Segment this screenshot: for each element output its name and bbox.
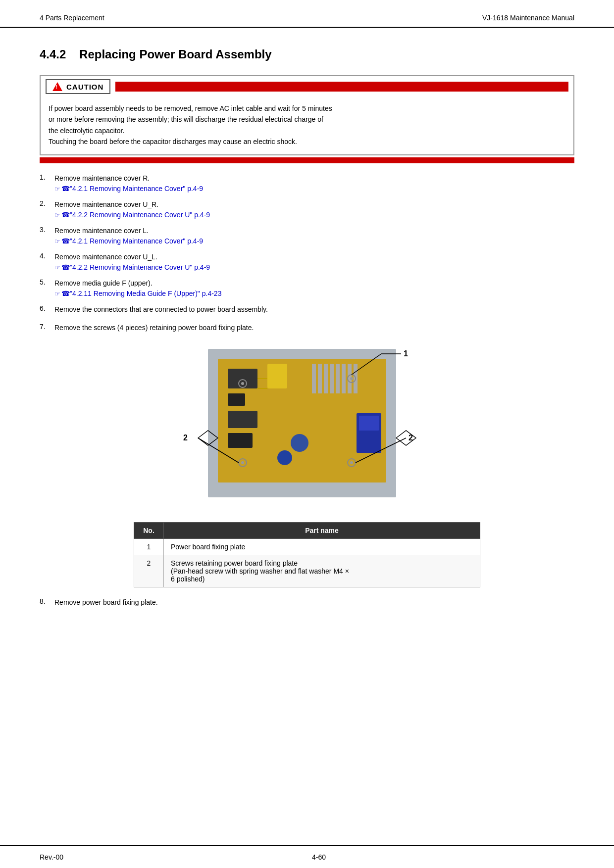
circuit-board-diagram: 1 2 2 bbox=[168, 344, 446, 512]
step-3-num: 3. bbox=[40, 226, 54, 234]
page: 4 Parts Replacement VJ-1618 Maintenance … bbox=[0, 0, 614, 868]
caution-body: If power board assembly needs to be remo… bbox=[41, 97, 573, 154]
step-1-link[interactable]: ☎"4.2.1 Removing Maintenance Cover" p.4-… bbox=[54, 185, 203, 193]
svg-point-16 bbox=[277, 450, 292, 465]
svg-point-15 bbox=[291, 434, 308, 452]
step-7-content: Remove the screws (4 pieces) retaining p… bbox=[54, 323, 574, 334]
step-5-content: Remove media guide F (upper). ☎"4.2.11 R… bbox=[54, 278, 574, 297]
step-5-text: Remove media guide F (upper). bbox=[54, 278, 574, 289]
diagram-area: 1 2 2 bbox=[168, 344, 446, 512]
step-6: 6. Remove the connectors that are connec… bbox=[40, 304, 574, 316]
svg-rect-12 bbox=[342, 364, 346, 393]
svg-point-24 bbox=[350, 461, 353, 464]
svg-rect-5 bbox=[228, 411, 257, 428]
svg-rect-4 bbox=[228, 393, 245, 406]
svg-rect-7 bbox=[312, 364, 316, 393]
page-header: 4 Parts Replacement VJ-1618 Maintenance … bbox=[0, 0, 614, 28]
table-header-no: No. bbox=[134, 522, 164, 538]
step-4-content: Remove maintenance cover U_L. ☎"4.2.2 Re… bbox=[54, 252, 574, 271]
steps-list: 1. Remove maintenance cover R. ☎"4.2.1 R… bbox=[40, 173, 574, 334]
step-4: 4. Remove maintenance cover U_L. ☎"4.2.2… bbox=[40, 252, 574, 271]
table-cell-name-2: Screws retaining power board fixing plat… bbox=[164, 555, 480, 587]
step-8: 8. Remove power board fixing plate. bbox=[40, 597, 574, 609]
step-4-text: Remove maintenance cover U_L. bbox=[54, 252, 574, 262]
table-header-partname: Part name bbox=[164, 522, 480, 538]
svg-point-28 bbox=[241, 461, 244, 464]
caution-header: CAUTION bbox=[41, 76, 573, 97]
header-title: VJ-1618 Maintenance Manual bbox=[482, 14, 574, 22]
table-cell-no-1: 1 bbox=[134, 538, 164, 555]
step-4-link[interactable]: ☎"4.2.2 Removing Maintenance Cover U" p.… bbox=[54, 263, 210, 271]
step-1-content: Remove maintenance cover R. ☎"4.2.1 Remo… bbox=[54, 173, 574, 193]
step-7-text: Remove the screws (4 pieces) retaining p… bbox=[54, 323, 574, 333]
svg-rect-8 bbox=[318, 364, 322, 393]
section-number: 4.4.2 bbox=[40, 48, 66, 61]
svg-rect-11 bbox=[336, 364, 340, 393]
caution-label: CAUTION bbox=[46, 79, 110, 94]
svg-rect-9 bbox=[324, 364, 328, 393]
svg-rect-3 bbox=[228, 369, 257, 388]
caution-box: CAUTION If power board assembly needs to… bbox=[40, 75, 574, 155]
caution-line4: Touching the board before the capacitor … bbox=[49, 138, 297, 145]
table-row: 1 Power board fixing plate bbox=[134, 538, 480, 555]
step-4-num: 4. bbox=[40, 252, 54, 260]
svg-rect-6 bbox=[228, 433, 253, 448]
step-2-link[interactable]: ☎"4.2.2 Removing Maintenance Cover U" p.… bbox=[54, 211, 210, 219]
step-7: 7. Remove the screws (4 pieces) retainin… bbox=[40, 323, 574, 334]
step-1-text: Remove maintenance cover R. bbox=[54, 173, 574, 184]
svg-text:2: 2 bbox=[183, 434, 188, 442]
step-2-num: 2. bbox=[40, 199, 54, 207]
caution-line2: or more before removing the assembly; th… bbox=[49, 115, 323, 123]
caution-triangle-icon bbox=[52, 82, 62, 91]
step-8-content: Remove power board fixing plate. bbox=[54, 597, 574, 609]
svg-point-22 bbox=[350, 377, 353, 380]
step-3-link[interactable]: ☎"4.2.1 Removing Maintenance Cover" p.4-… bbox=[54, 237, 203, 245]
parts-table: No. Part name 1 Power board fixing plate… bbox=[134, 522, 480, 587]
svg-rect-2 bbox=[267, 364, 287, 388]
svg-point-26 bbox=[241, 382, 244, 385]
caution-red-bar bbox=[115, 82, 568, 92]
step-3: 3. Remove maintenance cover L. ☎"4.2.1 R… bbox=[40, 226, 574, 245]
caution-line3: the electrolytic capacitor. bbox=[49, 127, 124, 135]
step-8-text: Remove power board fixing plate. bbox=[54, 597, 574, 608]
step-6-content: Remove the connectors that are connected… bbox=[54, 304, 574, 316]
step-3-content: Remove maintenance cover L. ☎"4.2.1 Remo… bbox=[54, 226, 574, 245]
caution-text: CAUTION bbox=[66, 83, 103, 91]
step-1: 1. Remove maintenance cover R. ☎"4.2.1 R… bbox=[40, 173, 574, 193]
svg-rect-18 bbox=[359, 416, 379, 431]
header-chapter: 4 Parts Replacement bbox=[40, 14, 104, 22]
section-heading: Replacing Power Board Assembly bbox=[79, 48, 272, 61]
table-cell-no-2: 2 bbox=[134, 555, 164, 587]
footer-page-number: 4-60 bbox=[312, 853, 326, 861]
svg-text:1: 1 bbox=[404, 349, 408, 358]
step-6-text: Remove the connectors that are connected… bbox=[54, 304, 574, 315]
step-7-num: 7. bbox=[40, 323, 54, 331]
table-cell-name-1: Power board fixing plate bbox=[164, 538, 480, 555]
step-5: 5. Remove media guide F (upper). ☎"4.2.1… bbox=[40, 278, 574, 297]
footer-revision: Rev.-00 bbox=[40, 853, 63, 861]
step-2-content: Remove maintenance cover U_R. ☎"4.2.2 Re… bbox=[54, 199, 574, 219]
svg-rect-10 bbox=[330, 364, 334, 393]
page-footer: Rev.-00 4-60 bbox=[0, 845, 614, 868]
section-title: 4.4.2 Replacing Power Board Assembly bbox=[40, 48, 574, 61]
step-5-link[interactable]: ☎"4.2.11 Removing Media Guide F (Upper)"… bbox=[54, 289, 221, 297]
caution-bottom-bar bbox=[40, 157, 574, 163]
step-2: 2. Remove maintenance cover U_R. ☎"4.2.2… bbox=[40, 199, 574, 219]
step-2-text: Remove maintenance cover U_R. bbox=[54, 199, 574, 210]
step-1-num: 1. bbox=[40, 173, 54, 181]
main-content: 4.4.2 Replacing Power Board Assembly CAU… bbox=[0, 28, 614, 645]
step-8-num: 8. bbox=[40, 597, 54, 605]
caution-line1: If power board assembly needs to be remo… bbox=[49, 104, 332, 112]
step-5-num: 5. bbox=[40, 278, 54, 286]
step-6-num: 6. bbox=[40, 304, 54, 312]
table-row: 2 Screws retaining power board fixing pl… bbox=[134, 555, 480, 587]
step-3-text: Remove maintenance cover L. bbox=[54, 226, 574, 236]
